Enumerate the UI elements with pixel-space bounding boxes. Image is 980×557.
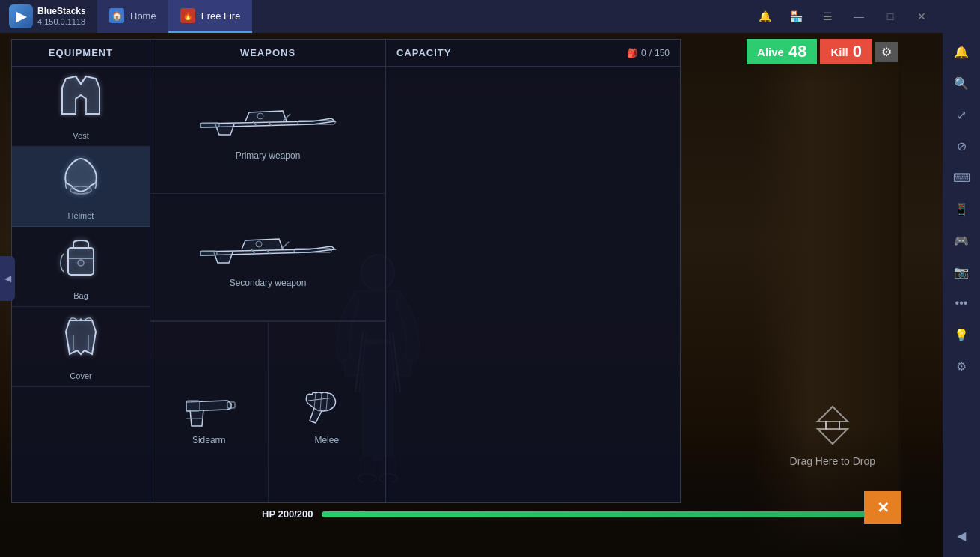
sidebar-search-btn[interactable]: 🔍 [947,69,976,97]
svg-rect-11 [68,248,94,275]
sidebar-more-btn[interactable]: ••• [947,289,976,317]
primary-weapon-slot[interactable]: Primary weapon [150,67,385,194]
weapons-header: WEAPONS [150,40,385,67]
sidebar-settings-btn[interactable]: ⚙ [947,352,976,380]
helmet-slot[interactable]: Helmet [12,147,150,227]
freefire-tab[interactable]: 🔥 Free Fire [168,0,253,33]
home-tab[interactable]: 🏠 Home [97,0,168,33]
sidearm-label: Sidearm [192,435,226,445]
secondary-weapon-slot[interactable]: Secondary weapon [150,194,385,321]
equipment-items-list: Vest Helmet [12,67,150,502]
right-sidebar: 🔔 🔍 ⤢ ⊘ ⌨ 📱 🎮 📷 ••• 💡 ⚙ ◀ [943,0,980,557]
sidebar-keyboard-btn[interactable]: ⌨ [947,163,976,192]
game-background: FREE FIRE Alive 48 Kill 0 ⚙ [0,33,943,557]
hp-bar-background [322,511,890,517]
cover-slot[interactable]: Cover [12,307,150,387]
kill-count: 0 [853,42,862,61]
menu-btn[interactable]: ☰ [812,4,842,28]
hp-bar-area: HP 200/200 [262,508,890,520]
sidearm-art [175,380,242,432]
helmet-label: Helmet [68,211,94,220]
svg-marker-23 [818,407,848,429]
hp-bar-fill [322,511,890,517]
titlebar: ▶ BlueStacks 4.150.0.1118 🏠 Home 🔥 Free … [0,0,943,33]
home-tab-label: Home [130,10,156,22]
sidebar-notification-btn[interactable]: 🔔 [947,37,976,66]
hud-top-bar: Alive 48 Kill 0 ⚙ [747,39,898,64]
sidebar-camera-btn[interactable]: 📷 [947,258,976,286]
drag-drop-area[interactable]: Drag Here to Drop [790,403,875,467]
freefire-tab-icon: 🔥 [180,8,195,23]
inventory-close-btn[interactable]: ✕ [864,491,901,524]
home-tab-icon: 🏠 [109,8,124,23]
capacity-count: 🎒 0 / 150 [627,48,670,58]
drag-drop-text: Drag Here to Drop [790,455,875,467]
capacity-current: 0 [641,48,646,58]
vest-label: Vest [73,131,88,140]
bs-icon: ▶ [9,4,33,28]
cover-icon [55,313,107,368]
capacity-header-row: CAPACITY 🎒 0 / 150 [386,40,680,67]
bag-icon [55,233,107,288]
maximize-btn[interactable]: □ [875,4,905,28]
close-btn[interactable]: ✕ [907,4,937,28]
alive-badge: Alive 48 [747,39,817,64]
sidebar-light-btn[interactable]: 💡 [947,320,976,349]
left-sidebar-toggle[interactable]: ◀ [0,256,15,301]
primary-weapon-label: Primary weapon [236,150,301,161]
sidebar-gamepad-btn[interactable]: 🎮 [947,226,976,255]
sidebar-phone-btn[interactable]: 📱 [947,195,976,223]
capacity-title: CAPACITY [396,47,451,58]
alive-count: 48 [788,42,806,61]
kill-label: Kill [830,46,848,58]
bag-slot[interactable]: Bag [12,227,150,307]
melee-slot[interactable]: Melee [269,322,386,502]
vest-slot[interactable]: Vest [12,67,150,147]
bluestacks-logo: ▶ BlueStacks 4.150.0.1118 [0,4,97,28]
bottom-weapon-row: Sidearm [150,321,385,502]
backpack-icon: 🎒 [627,48,638,58]
svg-rect-15 [200,123,219,127]
weapons-column: WEAPONS [150,40,386,502]
svg-rect-21 [186,401,200,411]
alive-label: Alive [757,46,784,58]
svg-marker-24 [818,421,848,444]
store-btn[interactable]: 🏪 [781,4,811,28]
hp-display: HP 200/200 [262,508,313,520]
secondary-weapon-label: Secondary weapon [230,278,307,288]
svg-rect-18 [200,251,217,255]
capacity-max: 150 [655,48,670,58]
bs-text: BlueStacks 4.150.0.1118 [37,6,86,27]
capacity-column: CAPACITY 🎒 0 / 150 [386,40,680,502]
helmet-icon [55,153,107,208]
capacity-separator: / [649,48,652,58]
freefire-tab-label: Free Fire [201,10,241,22]
inventory-panel: EQUIPMENT Vest [11,39,681,503]
secondary-weapon-art [193,226,343,275]
minimize-btn[interactable]: — [844,4,874,28]
sidebar-block-btn[interactable]: ⊘ [947,132,976,160]
melee-label: Melee [314,435,339,445]
weapons-grid: Primary weapon [150,67,385,502]
equipment-column: EQUIPMENT Vest [12,40,150,502]
cover-label: Cover [70,371,91,380]
equipment-header: EQUIPMENT [12,40,150,67]
bag-label: Bag [73,291,88,300]
capacity-body [386,67,680,502]
melee-art [293,380,361,432]
sidebar-expand-btn[interactable]: ⤢ [947,100,976,129]
drag-drop-icon [806,403,859,448]
sidearm-slot[interactable]: Sidearm [150,322,269,502]
kill-badge: Kill 0 [820,39,872,64]
close-icon: ✕ [877,499,889,517]
window-controls: 🔔 🏪 ☰ — □ ✕ [750,4,943,28]
notification-btn[interactable]: 🔔 [750,4,780,28]
hud-settings-btn[interactable]: ⚙ [875,42,898,62]
vest-icon [55,73,107,128]
primary-weapon-art [193,99,343,147]
game-area: FREE FIRE Alive 48 Kill 0 ⚙ [0,33,943,557]
sidebar-back-btn[interactable]: ◀ [947,521,976,550]
